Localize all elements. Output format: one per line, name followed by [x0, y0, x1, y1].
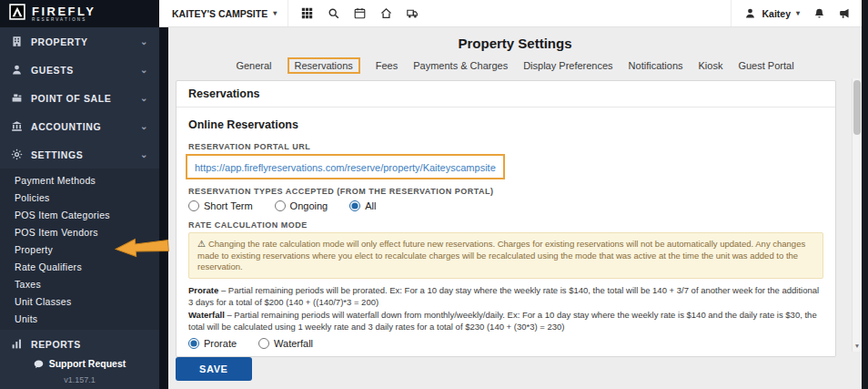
support-request-button[interactable]: Support Request — [0, 355, 159, 372]
sidebar-item-property[interactable]: PROPERTY ⌄ — [0, 27, 159, 56]
card-header: Reservations — [177, 81, 835, 107]
search-icon[interactable] — [320, 0, 347, 27]
sidebar-footer: Support Request v1.157.1 — [0, 353, 159, 389]
content-scrollbar[interactable]: ▼ — [852, 78, 862, 352]
person-icon — [744, 7, 756, 19]
annotation-box-portal-url: https://app.fireflyreservations.com/rese… — [186, 154, 505, 179]
topbar-right: Kaitey ▾ — [731, 0, 862, 26]
rate-mode-warning: ⚠Changing the rate calculation mode will… — [188, 232, 823, 279]
tab-fees[interactable]: Fees — [376, 60, 398, 71]
rate-calculation-mode-label: RATE CALCULATION MODE — [188, 220, 823, 230]
property-selector[interactable]: KAITEY'S CAMPSITE ▾ — [159, 0, 288, 26]
radio-all-input[interactable] — [349, 200, 360, 211]
window-right-edge — [862, 0, 868, 389]
reservation-portal-url-link[interactable]: https://app.fireflyreservations.com/rese… — [195, 162, 496, 173]
chevron-down-icon: ⌄ — [140, 94, 148, 103]
reservation-types-radio-group: Short Term Ongoing All — [188, 200, 823, 211]
truck-icon[interactable] — [399, 0, 426, 27]
radio-short-term-input[interactable] — [188, 200, 199, 211]
sidebar-nav: PROPERTY ⌄ GUESTS ⌄ POINT OF SALE ⌄ ACCO… — [0, 27, 159, 353]
sidebar-item-guests[interactable]: GUESTS ⌄ — [0, 56, 159, 84]
radio-all[interactable]: All — [349, 200, 376, 211]
rate-mode-radio-group: Prorate Waterfall — [188, 338, 823, 349]
bar-chart-icon — [11, 338, 23, 350]
card-body: Online Reservations RESERVATION PORTAL U… — [177, 107, 835, 356]
sidebar-item-reports[interactable]: REPORTS — [0, 330, 159, 353]
sidebar-subitem-rate-qualifiers[interactable]: Rate Qualifiers — [0, 258, 159, 275]
sidebar-item-accounting[interactable]: ACCOUNTING ⌄ — [0, 112, 159, 140]
radio-short-term[interactable]: Short Term — [188, 200, 253, 211]
radio-prorate-input[interactable] — [188, 338, 199, 349]
notifications-bell-icon[interactable] — [813, 7, 825, 19]
tab-display-preferences[interactable]: Display Preferences — [523, 60, 612, 71]
tab-payments-and-charges[interactable]: Payments & Charges — [413, 60, 508, 71]
sidebar-subitem-units[interactable]: Units — [0, 310, 159, 327]
sidebar-subitem-payment-methods[interactable]: Payment Methods — [0, 171, 159, 189]
topbar: KAITEY'S CAMPSITE ▾ Kaitey ▾ — [159, 0, 862, 27]
scrollbar-down-arrow[interactable]: ▼ — [853, 339, 862, 352]
sidebar: FIREFLY RESERVATIONS PROPERTY ⌄ GUESTS ⌄… — [0, 0, 159, 389]
waterfall-description: Waterfall – Partial remaining periods wi… — [188, 310, 823, 333]
sidebar-subitem-unit-classes[interactable]: Unit Classes — [0, 292, 159, 310]
main-content: Property Settings General Reservations F… — [168, 27, 862, 389]
tab-general[interactable]: General — [236, 60, 271, 71]
annotation-arrow-property — [113, 234, 171, 261]
sidebar-item-settings[interactable]: SETTINGS ⌄ — [0, 140, 159, 169]
radio-waterfall-input[interactable] — [258, 338, 269, 349]
topbar-icons — [294, 0, 426, 27]
brand-name: FIREFLY — [32, 5, 96, 17]
scrollbar-thumb[interactable] — [853, 80, 861, 135]
user-menu[interactable]: Kaitey ▾ — [731, 0, 800, 26]
calendar-icon[interactable] — [347, 0, 373, 27]
chat-bubble-icon — [34, 359, 44, 369]
chevron-down-icon: ⌄ — [140, 150, 148, 159]
caret-down-icon: ▾ — [273, 9, 277, 17]
warning-icon: ⚠ — [197, 239, 206, 249]
content-left-gutter — [159, 27, 168, 389]
home-icon[interactable] — [373, 0, 399, 27]
brand-tagline: RESERVATIONS — [32, 17, 96, 23]
save-button[interactable]: SAVE — [176, 357, 252, 381]
reservations-card: Reservations Online Reservations RESERVA… — [176, 80, 836, 357]
person-icon — [11, 64, 23, 76]
radio-waterfall[interactable]: Waterfall — [258, 338, 313, 349]
version-label: v1.157.1 — [0, 375, 159, 384]
tab-notifications[interactable]: Notifications — [629, 60, 683, 71]
apps-grid-icon[interactable] — [294, 0, 320, 27]
firefly-logo-icon — [9, 4, 25, 24]
online-reservations-title: Online Reservations — [188, 118, 823, 131]
radio-ongoing-input[interactable] — [275, 200, 286, 211]
chevron-down-icon: ⌄ — [140, 66, 148, 75]
cash-register-icon — [11, 92, 23, 104]
radio-prorate[interactable]: Prorate — [188, 338, 237, 349]
sidebar-subitem-pos-item-categories[interactable]: POS Item Categories — [0, 206, 159, 223]
chevron-down-icon: ⌄ — [140, 37, 148, 46]
caret-down-icon: ▾ — [796, 9, 800, 17]
reservation-types-label: RESERVATION TYPES ACCEPTED (FROM THE RES… — [188, 187, 823, 196]
tab-guest-portal[interactable]: Guest Portal — [738, 60, 793, 71]
prorate-description: Prorate – Partial remaining periods will… — [188, 285, 823, 309]
sidebar-subitem-policies[interactable]: Policies — [0, 189, 159, 206]
announcements-megaphone-icon[interactable] — [839, 7, 851, 19]
tab-kiosk[interactable]: Kiosk — [699, 60, 723, 71]
page-title: Property Settings — [168, 36, 862, 51]
tab-reservations[interactable]: Reservations — [295, 60, 353, 71]
save-row: SAVE — [176, 357, 252, 381]
building-icon — [11, 36, 23, 47]
radio-ongoing[interactable]: Ongoing — [275, 200, 328, 211]
portal-url-label: RESERVATION PORTAL URL — [188, 142, 823, 151]
settings-tabs: General Reservations Fees Payments & Cha… — [168, 57, 862, 74]
chevron-down-icon: ⌄ — [140, 122, 148, 131]
bank-icon — [11, 120, 23, 132]
firefly-logo[interactable]: FIREFLY RESERVATIONS — [0, 0, 159, 27]
sidebar-subitem-taxes[interactable]: Taxes — [0, 275, 159, 292]
sidebar-item-point-of-sale[interactable]: POINT OF SALE ⌄ — [0, 84, 159, 112]
gear-icon — [11, 148, 23, 160]
annotation-box-reservations-tab: Reservations — [288, 57, 360, 74]
